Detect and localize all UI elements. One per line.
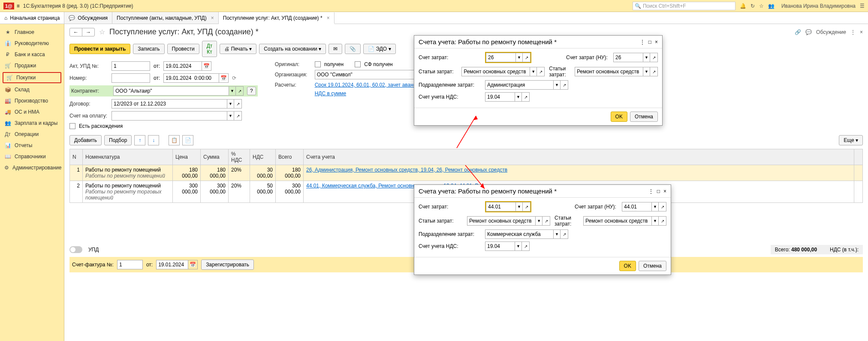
cell-acc[interactable]: 26, Администрация, Ремонт основных средс…: [304, 165, 854, 181]
record-button[interactable]: Записать: [133, 44, 164, 54]
more-button[interactable]: Еще ▾: [839, 135, 863, 145]
dropdown-icon[interactable]: ▼: [515, 92, 522, 102]
dropdown-icon[interactable]: ▼: [229, 86, 236, 96]
open-icon[interactable]: ↗: [523, 202, 530, 211]
tab-home[interactable]: ⌂ Начальная страница: [0, 12, 64, 24]
more-icon[interactable]: ⋮: [640, 39, 645, 45]
discussion-label[interactable]: Обсуждение: [816, 29, 846, 35]
contragent-input[interactable]: [113, 86, 229, 96]
move-down-button[interactable]: ↓: [148, 135, 159, 145]
open-icon[interactable]: ↗: [234, 111, 242, 121]
open-icon[interactable]: ↗: [561, 229, 568, 239]
dropdown-icon[interactable]: ▼: [516, 202, 523, 211]
bell-icon[interactable]: 🔔: [740, 3, 746, 9]
dtkt-button[interactable]: ДтКт: [202, 41, 217, 57]
link-icon[interactable]: 🔗: [795, 29, 801, 35]
open-icon[interactable]: ↗: [650, 53, 658, 62]
th-price[interactable]: Цена: [173, 149, 201, 165]
register-button[interactable]: Зарегистрировать: [201, 260, 254, 270]
open-icon[interactable]: ↗: [234, 99, 242, 109]
cost-acc-input[interactable]: [486, 53, 516, 62]
dropdown-icon[interactable]: ▼: [643, 53, 650, 62]
star-icon[interactable]: ☆: [759, 3, 764, 9]
act-number-input[interactable]: [112, 61, 150, 71]
articles2-input[interactable]: [583, 216, 652, 226]
create-base-button[interactable]: Создать на основании ▾: [259, 44, 326, 54]
copy-button[interactable]: 📋: [169, 135, 180, 145]
articles-input[interactable]: [467, 216, 536, 226]
settings-icon[interactable]: ☰: [860, 3, 865, 9]
calendar-icon[interactable]: 📅: [202, 61, 211, 71]
th-total[interactable]: Всего: [276, 149, 304, 165]
th-acc[interactable]: Счета учета: [304, 149, 854, 165]
contract-input[interactable]: [112, 99, 227, 109]
open-icon[interactable]: ↗: [522, 92, 530, 102]
cost-acc-nu-input[interactable]: [622, 202, 652, 211]
post-close-button[interactable]: Провести и закрыть: [69, 44, 130, 54]
refresh-icon[interactable]: ⟳: [232, 75, 236, 81]
favorite-icon[interactable]: ☆: [99, 28, 105, 36]
sidebar-item-reports[interactable]: 📊Отчеты: [0, 140, 64, 151]
dept-input[interactable]: [485, 80, 554, 90]
sf-number-input[interactable]: [117, 260, 143, 269]
ok-button[interactable]: OK: [619, 261, 636, 271]
maximize-icon[interactable]: □: [648, 39, 651, 45]
edo-button[interactable]: 📄 ЭДО ▾: [363, 44, 395, 54]
close-icon[interactable]: ×: [655, 39, 658, 45]
nds-link[interactable]: НДС в сумме: [315, 91, 347, 97]
nds-acc-input[interactable]: [485, 92, 515, 102]
articles2-input[interactable]: [575, 67, 643, 76]
tab-receipts[interactable]: Поступление (акты, накладные, УПД) ×: [112, 12, 219, 24]
discrepancy-checkbox[interactable]: [69, 123, 75, 129]
open-icon[interactable]: ↗: [659, 216, 666, 226]
back-button[interactable]: ←: [70, 28, 82, 36]
mail-button[interactable]: ✉: [329, 44, 342, 54]
dept-input[interactable]: [485, 229, 554, 239]
more-icon[interactable]: ⋮: [850, 29, 856, 35]
post-button[interactable]: Провести: [167, 44, 199, 54]
dropdown-icon[interactable]: ▼: [516, 53, 523, 62]
user-icon[interactable]: 👥: [768, 3, 775, 9]
sidebar-item-hr[interactable]: 👥Зарплата и кадры: [0, 118, 64, 129]
user-name[interactable]: Иванова Ирина Владимировна: [781, 3, 856, 9]
select-button[interactable]: Подбор: [104, 135, 132, 145]
help-button[interactable]: ?: [247, 87, 256, 95]
tab-current[interactable]: Поступление услуг: Акт, УПД (создание) *…: [219, 12, 335, 24]
sidebar-item-purchases[interactable]: 🛒Покупки: [3, 72, 61, 83]
received-checkbox[interactable]: [315, 61, 321, 67]
dropdown-icon[interactable]: ▼: [536, 216, 542, 226]
paste-button[interactable]: 📄: [182, 135, 193, 145]
attach-button[interactable]: 📎: [345, 44, 361, 54]
sf-received-checkbox[interactable]: [355, 61, 361, 67]
cancel-button[interactable]: Отмена: [639, 261, 666, 271]
more-icon[interactable]: ⋮: [648, 188, 654, 194]
sf-date-input[interactable]: [156, 260, 188, 269]
table-row[interactable]: 1 Работы по ремонту помещенийРаботы по р…: [70, 165, 863, 181]
discussion-icon[interactable]: 💬: [805, 29, 812, 35]
maximize-icon[interactable]: □: [657, 188, 660, 194]
move-up-button[interactable]: ↑: [134, 135, 145, 145]
number-input[interactable]: [112, 73, 150, 83]
dropdown-icon[interactable]: ▼: [652, 216, 659, 226]
upd-toggle[interactable]: [69, 246, 82, 253]
nds-acc-input[interactable]: [485, 241, 515, 251]
th-sum[interactable]: Сумма: [201, 149, 229, 165]
articles-input[interactable]: [461, 67, 530, 76]
close-icon[interactable]: ×: [860, 29, 863, 35]
sidebar-item-bank[interactable]: ₽Банк и касса: [0, 49, 64, 60]
hamburger-icon[interactable]: ≡: [17, 3, 20, 9]
ok-button[interactable]: OK: [611, 112, 627, 122]
open-icon[interactable]: ↗: [537, 67, 545, 76]
sidebar-item-manager[interactable]: 👔Руководителю: [0, 38, 64, 49]
th-nds[interactable]: НДС: [250, 149, 276, 165]
sidebar-item-main[interactable]: ★Главное: [0, 27, 64, 38]
close-icon[interactable]: ×: [211, 15, 214, 21]
dropdown-icon[interactable]: ▼: [530, 67, 537, 76]
open-icon[interactable]: ↗: [659, 202, 666, 211]
calendar-icon[interactable]: 📅: [219, 73, 229, 83]
dropdown-icon[interactable]: ▼: [515, 241, 522, 251]
history-icon[interactable]: ↻: [750, 3, 755, 9]
tab-discussions[interactable]: 💬 Обсуждения: [64, 12, 112, 24]
dropdown-icon[interactable]: ▼: [643, 67, 650, 76]
open-icon[interactable]: ↗: [523, 53, 530, 62]
